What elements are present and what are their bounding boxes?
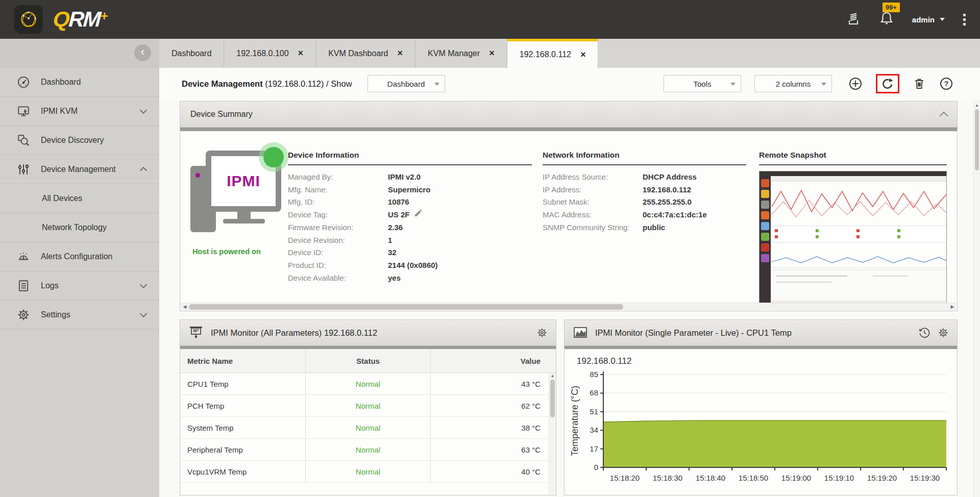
sidebar-item-alerts-configuration[interactable]: Alerts Configuration xyxy=(0,242,159,271)
tab-192-168-0-100[interactable]: 192.168.0.100 × xyxy=(224,39,316,68)
tab-192-168-0-112[interactable]: 192.168.0.112 × xyxy=(507,39,599,68)
scroll-right-arrow[interactable]: ▶ xyxy=(948,304,957,309)
metric-name: System Temp xyxy=(180,417,306,438)
info-label: Subnet Mask: xyxy=(543,196,643,209)
app-logo-icon[interactable] xyxy=(14,5,43,34)
column-header-status[interactable]: Status xyxy=(306,349,431,372)
table-header-row: Metric Name Status Value xyxy=(180,349,556,373)
table-widget-title: IPMI Monitor (All Parameters) 192.168.0.… xyxy=(211,328,377,338)
device-summary-header[interactable]: Device Summary xyxy=(180,102,957,128)
sidebar-item-logs[interactable]: Logs xyxy=(0,271,159,301)
monitor-icon xyxy=(16,105,31,118)
toolbar-icons: ? xyxy=(848,74,953,93)
scrollbar-thumb[interactable] xyxy=(975,109,979,170)
info-value: yes xyxy=(388,272,532,285)
view-select[interactable]: Dashboard xyxy=(368,75,445,92)
close-icon[interactable]: × xyxy=(489,48,495,59)
table-row[interactable]: System Temp Normal 38 °C xyxy=(180,417,556,439)
ipmi-monitor-chart-widget: IPMI Monitor (Single Parameter - Live) -… xyxy=(564,319,958,495)
table-row[interactable]: Peripheral Temp Normal 63 °C xyxy=(180,439,556,461)
widget-settings-gear-icon[interactable] xyxy=(536,327,548,338)
svg-text:68: 68 xyxy=(590,388,598,397)
sidebar-item-dashboard[interactable]: Dashboard xyxy=(0,68,159,97)
user-menu[interactable]: admin xyxy=(912,15,945,24)
svg-text:15:18:30: 15:18:30 xyxy=(653,474,682,482)
edit-pencil-icon[interactable] xyxy=(414,209,423,221)
remote-snapshot-thumbnail[interactable] xyxy=(759,171,947,309)
info-label: Device Revision: xyxy=(288,234,388,247)
sidebar-collapse-button[interactable]: ‹ xyxy=(134,44,151,61)
gear-icon xyxy=(16,308,31,321)
summary-horizontal-scrollbar[interactable]: ◀ ▶ xyxy=(181,303,957,310)
task-stack-icon[interactable] xyxy=(846,11,861,28)
notifications-bell[interactable]: 99+ xyxy=(879,11,894,28)
info-value: 2144 (0x0860) xyxy=(388,259,532,272)
chart-body: 192.168.0.112 0173451688515:18:2015:18:3… xyxy=(565,349,957,495)
overflow-menu-icon[interactable] xyxy=(963,14,966,26)
collapse-chevron-up-icon[interactable] xyxy=(940,112,948,120)
sidebar-item-network-topology[interactable]: Network Topology xyxy=(0,213,159,242)
sidebar-item-ipmi-kvm[interactable]: IPMI KVM xyxy=(0,97,159,126)
status-badge: Normal xyxy=(306,461,431,482)
info-value-device-tag: US 2F xyxy=(388,209,532,221)
table-row[interactable]: CPU1 Temp Normal 43 °C xyxy=(180,373,556,395)
page-toolbar: Device Management (192.168.0.112) / Show… xyxy=(159,68,980,100)
device-summary-panel: Device Summary IPMI xyxy=(180,101,958,311)
speedometer-icon xyxy=(16,76,31,89)
app-window: QRM+ 99+ admin xyxy=(0,0,980,497)
info-label: Mfg. ID: xyxy=(288,196,388,209)
columns-select[interactable]: 2 columns xyxy=(754,75,832,92)
svg-text:34: 34 xyxy=(590,426,598,434)
add-widget-button[interactable] xyxy=(848,77,863,91)
sidebar-item-label: Logs xyxy=(41,281,59,290)
tab-kvm-manager[interactable]: KVM Manager × xyxy=(415,39,507,68)
column-header-metric[interactable]: Metric Name xyxy=(180,349,306,372)
svg-text:Temperature (°C): Temperature (°C) xyxy=(570,386,580,456)
help-button[interactable]: ? xyxy=(939,77,953,91)
network-information-section: Network Information IP Address Source:DH… xyxy=(543,151,746,311)
delete-button[interactable] xyxy=(913,77,926,90)
close-icon[interactable]: × xyxy=(298,48,304,59)
info-value: 255.255.255.0 xyxy=(643,196,746,209)
widget-settings-gear-icon[interactable] xyxy=(938,327,949,338)
page-title-rest: (192.168.0.112) / Show xyxy=(263,79,352,88)
sidebar-item-device-management[interactable]: Device Management xyxy=(0,155,159,184)
refresh-button-highlight xyxy=(876,74,899,93)
device-summary-title: Device Summary xyxy=(190,110,253,119)
metric-value: 62 °C xyxy=(431,395,556,416)
table-row[interactable]: PCH Temp Normal 62 °C xyxy=(180,395,556,417)
metric-value: 38 °C xyxy=(431,417,556,438)
sidebar-item-settings[interactable]: Settings xyxy=(0,301,159,330)
close-icon[interactable]: × xyxy=(398,48,403,59)
tab-kvm-dashboard[interactable]: KVM Dashboard × xyxy=(316,39,415,68)
table-row[interactable]: Vcpu1VRM Temp Normal 40 °C xyxy=(180,461,556,483)
info-value: 1 xyxy=(388,234,532,247)
metric-name: PCH Temp xyxy=(180,395,306,416)
sidebar-item-all-devices[interactable]: All Devices xyxy=(0,184,159,213)
sidebar-item-label: Dashboard xyxy=(41,78,81,87)
svg-text:85: 85 xyxy=(590,370,598,379)
brand-q: Q xyxy=(52,7,69,32)
tools-select[interactable]: Tools xyxy=(664,75,741,92)
page-vertical-scrollbar[interactable]: ▲ xyxy=(973,100,980,497)
remote-snapshot-section: Remote Snapshot xyxy=(759,151,947,311)
scroll-up-arrow[interactable]: ▲ xyxy=(974,103,980,109)
info-label: MAC Address: xyxy=(543,209,643,221)
scrollbar-thumb[interactable] xyxy=(189,304,623,310)
sidebar-item-device-discovery[interactable]: Device Discovery xyxy=(0,126,159,155)
notification-badge: 99+ xyxy=(883,3,900,12)
live-temperature-chart[interactable]: 0173451688515:18:2015:18:3015:18:4015:18… xyxy=(570,367,950,495)
tab-dashboard[interactable]: Dashboard xyxy=(159,39,224,68)
info-value: 32 xyxy=(388,246,532,259)
globe-network-icon xyxy=(18,9,39,30)
scroll-up-arrow[interactable]: ▲ xyxy=(549,373,556,379)
table-vertical-scrollbar[interactable]: ▲ xyxy=(549,373,556,495)
refresh-button[interactable] xyxy=(881,77,894,90)
scrollbar-thumb[interactable] xyxy=(550,380,555,417)
chevron-down-icon xyxy=(730,83,736,86)
close-icon[interactable]: × xyxy=(580,49,586,60)
history-clock-icon[interactable] xyxy=(918,327,930,339)
scroll-left-arrow[interactable]: ◀ xyxy=(181,304,189,309)
column-header-value[interactable]: Value xyxy=(431,349,556,372)
info-value: 192.168.0.112 xyxy=(643,184,746,196)
